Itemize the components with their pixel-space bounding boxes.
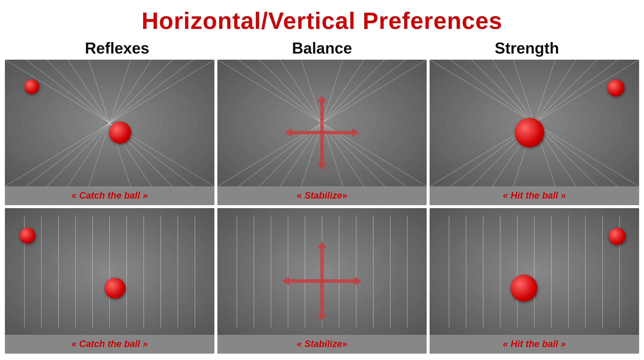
cell-top-strength: « Hit the ball »	[430, 60, 639, 205]
col-header-strength: Strength	[424, 39, 629, 57]
ball-center-3	[515, 118, 544, 147]
column-headers: Reflexes Balance Strength	[0, 39, 644, 57]
cross-arrows-bot-balance	[217, 208, 427, 354]
col-header-balance: Balance	[220, 39, 424, 57]
cell-bot-reflexes: « Catch the ball »	[5, 208, 214, 354]
ball-center-1	[109, 122, 131, 144]
ball-bot-large-4	[105, 278, 126, 298]
main-grid: « Catch the ball »	[0, 60, 644, 358]
cell-label-top-reflexes: « Catch the ball »	[5, 190, 214, 201]
cell-bot-strength: « Hit the ball »	[430, 208, 639, 354]
col-header-reflexes: Reflexes	[15, 39, 220, 57]
ball-bot-large-6	[510, 275, 538, 302]
cell-top-balance: « Stabilize»	[217, 60, 427, 205]
cell-label-bot-reflexes: « Catch the ball »	[5, 339, 214, 349]
ball-top-left-1	[24, 79, 39, 94]
ball-bot-small-4	[20, 228, 36, 244]
cell-label-top-balance: « Stabilize»	[217, 190, 427, 201]
cell-bot-balance: « Stabilize»	[217, 208, 427, 354]
page-title: Horizontal/Vertical Preferences	[0, 0, 644, 39]
ball-top-right-3	[607, 79, 624, 96]
cell-label-top-strength: « Hit the ball »	[430, 190, 639, 201]
cross-arrows-top-balance	[217, 60, 427, 205]
ball-bot-small-6	[608, 228, 626, 245]
cell-label-bot-strength: « Hit the ball »	[430, 339, 639, 349]
cell-top-reflexes: « Catch the ball »	[5, 60, 214, 205]
cell-label-bot-balance: « Stabilize»	[217, 339, 427, 349]
